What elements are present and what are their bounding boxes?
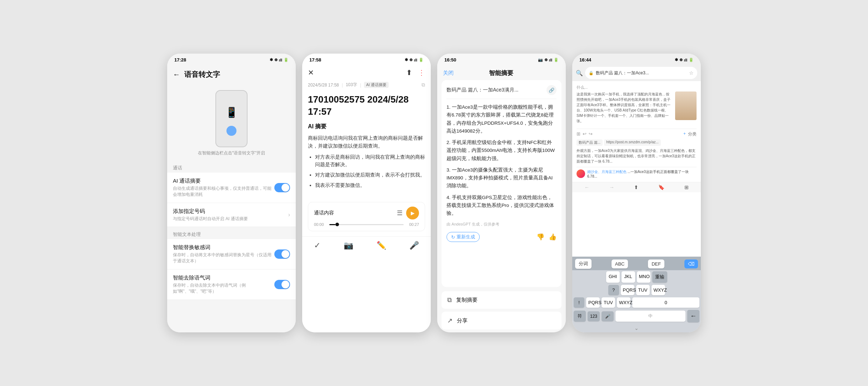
kb-def-btn[interactable]: DEF <box>648 259 664 268</box>
more-button[interactable]: ⋮ <box>418 68 425 77</box>
summary-point-2: 2. 手机采用航空级铝合金中框，支持NFC和红外遥控功能，内置5500mAh电池… <box>447 139 557 163</box>
kb-tuv2[interactable]: TUV <box>602 297 615 308</box>
close-button-3[interactable]: 关闭 <box>443 70 454 76</box>
category-tag-url: https://post.m.smzdm.com/p/az... <box>604 139 661 146</box>
kb-delete-btn[interactable]: ⌫ <box>684 259 698 268</box>
article-source: 什么... <box>577 85 697 90</box>
progress-bar[interactable] <box>329 224 404 225</box>
kb-pqrs[interactable]: PQRS <box>621 285 634 295</box>
kb-space[interactable]: 中 <box>615 311 685 322</box>
category-label: 分类 <box>688 131 697 137</box>
undo-icon[interactable]: ↩ <box>583 131 587 137</box>
edit-icon[interactable]: ✏️ <box>376 241 386 250</box>
browser-forward-icon[interactable]: → <box>609 184 614 190</box>
signal-icon-2: ıll <box>414 58 417 62</box>
phone-illustration: 📱 <box>167 83 296 150</box>
redo-icon[interactable]: ↪ <box>589 131 593 137</box>
search-box[interactable]: 🔒 数码产品 篇八：一加Ace3... ☆ <box>585 67 697 79</box>
kb-wxyz[interactable]: WXYZ <box>652 285 665 295</box>
format-icon[interactable]: ⊞ <box>577 131 580 137</box>
smart-summary-title: 智能摘要 <box>489 69 513 77</box>
mic-icon[interactable]: 🎤 <box>409 241 419 250</box>
ai-summary-text: AI 通话摘要 自动生成通话摘要和核心事项，仅支持普通话，可能会增加电量消耗 <box>173 178 274 198</box>
thumbs-down-icon[interactable]: 👎 <box>537 233 544 241</box>
phone-screen-1: 17:28 ✱ ⊕ ıll 🔋 ← 语音转文字 📱 在智能侧边栏点击"语音转文字… <box>167 54 296 332</box>
arrow-icon: › <box>288 212 290 218</box>
kb-ghi[interactable]: GHI <box>606 271 620 283</box>
kb-wxyz2[interactable]: WXYZ <box>617 297 630 308</box>
toolbar-right: ⬆ ⋮ <box>406 68 425 77</box>
phone-screen-4: 16:44 ✱ ⊕ ıll 🔋 🔍 🔒 数码产品 篇八：一加Ace3... ☆ … <box>572 54 701 332</box>
list-icon: ☰ <box>397 209 403 217</box>
browser-main: 什么... 这是我第一次购买一加手机，我选择了顶配的月海蓝色，按照惯例先开箱吧，… <box>572 81 701 257</box>
wifi-icon-3: ⊕ <box>544 58 548 62</box>
kb-pqrs2[interactable]: PQRS <box>586 297 600 308</box>
keyboard-area: 分词 ABC DEF ⌫ GHI JKL MNO 重输 ? PQRS TUV W… <box>572 257 701 332</box>
kb-abc-btn[interactable]: ABC <box>612 259 628 268</box>
kb-mic-btn[interactable]: 🎤 <box>602 311 614 321</box>
screen2-content: ✕ ⬆ ⋮ 2024/5/28 17:58 | 103字 | AI 通话摘要 ⧉… <box>302 65 431 332</box>
browser-save-icon[interactable]: 🔖 <box>658 184 664 190</box>
regenerate-button[interactable]: ↻ 重新生成 <box>447 232 480 242</box>
bookmark-icon[interactable]: ☆ <box>689 70 694 76</box>
play-button[interactable]: ▶ <box>406 207 419 219</box>
chevron-down-icon[interactable]: ⌄ <box>634 325 639 331</box>
wifi-icon-4: ⊕ <box>679 58 683 62</box>
sensitive-word-setting[interactable]: 智能替换敏感词 保存时，自动将文本中的敏感词替换为星号（仅适用于通话文本） <box>167 239 296 269</box>
status-icons-2: ✱ ⊕ ıll 🔋 <box>405 58 424 62</box>
kb-jkl[interactable]: JKL <box>622 271 635 283</box>
ai-summary-setting[interactable]: AI 通话摘要 自动生成通话摘要和核心事项，仅支持普通话，可能会增加电量消耗 <box>167 173 296 203</box>
time-4: 16:44 <box>579 57 591 63</box>
progress-fill <box>329 224 335 225</box>
filler-toggle[interactable] <box>274 280 290 289</box>
category-tag-1[interactable]: 数码产品 篇... <box>577 139 603 146</box>
status-icons-1: ✱ ⊕ ıll 🔋 <box>270 58 289 62</box>
bullet-list: 对方表示是商标回访，询问我在官网上查询的商标问题是否解决。 对方建议加微信以便后… <box>308 153 425 189</box>
check-icon[interactable]: ✓ <box>314 241 320 250</box>
kb-tuv[interactable]: TUV <box>636 285 650 295</box>
camera-icon[interactable]: 📷 <box>344 241 353 250</box>
sensitive-toggle[interactable] <box>274 249 290 259</box>
filler-word-setting[interactable]: 智能去除语气词 保存时，自动去除文本中的语气词（例如"啊"、"哦"、"吧"等） <box>167 269 296 300</box>
browser-share-icon[interactable]: ⬆ <box>634 184 638 190</box>
kb-123-btn[interactable]: 123 <box>588 311 600 321</box>
signal-icon-3: ıll <box>549 58 552 62</box>
kb-exclaim[interactable]: ! <box>574 297 584 308</box>
phone-screen-3: 16:50 📷 ⊕ ıll 🔋 关闭 智能摘要 数码产品 篇八：一加Ace3满月… <box>437 54 566 332</box>
time-start: 00:00 <box>314 222 326 227</box>
kb-question[interactable]: ? <box>608 285 619 295</box>
add-number-setting[interactable]: 添加指定号码 与指定号码通话时自动开启 AI 通话摘要 › <box>167 203 296 227</box>
link-icon[interactable]: 🔗 <box>547 85 557 95</box>
ai-summary-toggle[interactable] <box>274 183 290 192</box>
add-icon[interactable]: + <box>683 131 686 137</box>
screen2-toolbar: ✕ ⬆ ⋮ <box>302 65 431 80</box>
ai-summary-name: AI 通话摘要 <box>173 178 274 184</box>
summary-point-4: 4. 手机支持双频GPS卫星定位，游戏性能出色，搭载竞技级天工散热系统Pro，提… <box>447 194 557 218</box>
expand-icon: ⧉ <box>421 82 425 88</box>
share-button[interactable]: ⬆ <box>406 68 412 77</box>
page-title-1: 语音转文字 <box>184 70 220 79</box>
kb-mno[interactable]: MNO <box>637 271 650 283</box>
thumbs-up-icon[interactable]: 👍 <box>549 233 557 241</box>
kb-zero[interactable]: 0 <box>632 297 699 308</box>
copy-label: 复制摘要 <box>456 297 478 303</box>
search-icon: 🔍 <box>576 70 583 76</box>
browser-back-icon[interactable]: ← <box>584 184 589 190</box>
keyboard-collapse-row: ⌄ <box>572 325 701 332</box>
close-button-2[interactable]: ✕ <box>308 68 314 77</box>
battery-icon-2: 🔋 <box>419 58 424 62</box>
browser-tabs-icon[interactable]: ⊞ <box>684 184 689 190</box>
comments-divider: 婚沙金、月海蓝三种配色 ...一加Ace3这款手机正面都覆盖了一块 6.78..… <box>577 167 697 178</box>
kb-chongru[interactable]: 重输 <box>652 271 667 283</box>
feedback-icons: 👎 👍 <box>537 233 557 241</box>
kb-fu-btn[interactable]: 符 <box>574 311 586 322</box>
back-button[interactable]: ← <box>173 70 180 79</box>
copy-action[interactable]: ⧉ 复制摘要 <box>442 291 562 309</box>
kb-enter[interactable]: ← <box>687 310 699 322</box>
screen4-content: 🔍 🔒 数码产品 篇八：一加Ace3... ☆ 什么... 这是我第一次购买一加… <box>572 65 701 332</box>
share-action[interactable]: ↗ 分享 <box>442 312 562 330</box>
kb-fensi-btn[interactable]: 分词 <box>575 259 592 269</box>
status-icons-3: 📷 ⊕ ıll 🔋 <box>538 58 559 62</box>
browser-article: 什么... 这是我第一次购买一加手机，我选择了顶配的月海蓝色，按照惯例先开箱吧，… <box>572 81 701 182</box>
audio-player[interactable]: 通话内容 ☰ ▶ 00:00 00:27 <box>308 202 425 231</box>
